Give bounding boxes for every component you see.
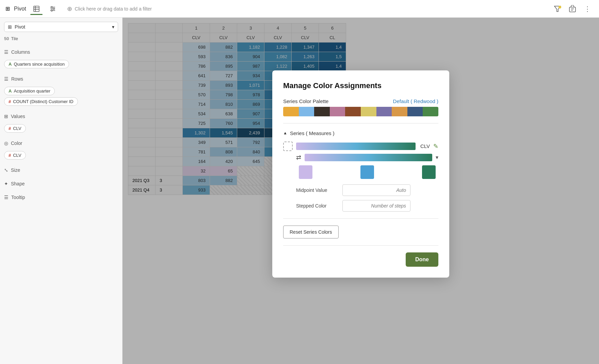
color-section: ◎ Color # CLV — [4, 139, 118, 161]
swatch-8 — [392, 107, 407, 116]
divider-2 — [283, 218, 438, 219]
columns-field-pill[interactable]: A Quarters since acquisition — [4, 60, 69, 68]
tooltip-label: Tooltip — [11, 195, 25, 200]
svg-rect-12 — [569, 7, 576, 12]
swatch-7 — [376, 107, 392, 116]
tooltip-header: ☰ Tooltip — [4, 193, 118, 201]
shape-header: ✦ Shape — [4, 180, 118, 188]
palette-swatches — [283, 107, 438, 116]
values-header: ⊞ Values — [4, 112, 118, 120]
color-header: ◎ Color — [4, 139, 118, 147]
stepped-label: Stepped Color — [296, 203, 337, 209]
color-item-clv: CLV ✎ ⇄ ▾ — [283, 142, 438, 212]
color-stop-end[interactable] — [422, 165, 436, 179]
gradient-arrow-icon[interactable]: ▾ — [436, 154, 438, 161]
values-label: Values — [11, 114, 25, 119]
share-btn[interactable] — [566, 3, 579, 15]
done-button[interactable]: Done — [406, 252, 438, 267]
shape-icon: ✦ — [4, 181, 8, 186]
color-field-icon: # — [9, 153, 11, 158]
values-field-pill[interactable]: # CLV — [4, 124, 26, 133]
settings-btn[interactable] — [47, 3, 59, 15]
table-view-btn[interactable] — [30, 3, 43, 15]
rows-field1-pill[interactable]: A Acquisition quarter — [4, 87, 55, 95]
manage-color-modal: Manage Color Assignments Series Color Pa… — [272, 70, 449, 278]
swatch-5 — [345, 107, 361, 116]
swatch-6 — [361, 107, 376, 116]
stepped-row: Stepped Color — [296, 200, 438, 212]
series-header[interactable]: ▲ Series ( Measures ) — [283, 130, 438, 136]
color-stops-row — [296, 165, 438, 179]
color-item-main-row: CLV ✎ — [283, 142, 438, 151]
chevron-down-icon: ▾ — [112, 24, 114, 30]
filter-placeholder: Click here or drag data to add a filter — [75, 6, 152, 12]
reset-series-colors-button[interactable]: Reset Series Colors — [283, 226, 339, 238]
color-field-label: CLV — [13, 153, 21, 158]
shape-section: ✦ Shape — [4, 180, 118, 188]
divider-3 — [283, 245, 438, 246]
rows-icon: ☰ — [4, 76, 9, 82]
color-checkbox[interactable] — [283, 142, 293, 151]
values-icon: ⊞ — [4, 114, 8, 119]
palette-label: Series Color Palette — [283, 98, 328, 104]
nav-right: ⋮ — [551, 3, 594, 15]
midpoint-label: Midpoint Value — [296, 187, 337, 193]
svg-point-11 — [558, 6, 561, 9]
palette-row: Series Color Palette Default ( Redwood ) — [283, 98, 438, 104]
color-stop-mid[interactable] — [360, 165, 374, 179]
columns-field-label: Quarters since acquisition — [14, 62, 65, 67]
rows-section: ☰ Rows A Acquisition quarter # COUNT (Di… — [4, 75, 118, 107]
pivot-dropdown[interactable]: ⊞ Pivot ▾ — [4, 22, 118, 32]
tile-label-text: Tile — [11, 36, 18, 41]
values-field-label: CLV — [13, 126, 21, 131]
columns-label: Columns — [11, 49, 30, 55]
tile-row: 50 Tile — [4, 35, 118, 43]
rows-field2-pill[interactable]: # COUNT (Distinct) Customer ID — [4, 97, 78, 106]
filter-active-btn[interactable] — [551, 3, 564, 15]
modal-title: Manage Color Assignments — [283, 81, 438, 90]
midpoint-row: Midpoint Value — [296, 184, 438, 196]
modal-overlay: Manage Color Assignments Series Color Pa… — [123, 18, 599, 364]
swatch-10 — [423, 107, 438, 116]
app-title: Pivot — [14, 6, 26, 12]
nav-left: ⊞ Pivot — [5, 3, 59, 15]
modal-footer: Done — [283, 252, 438, 267]
content-area: 1 2 3 4 5 6 CLV CLV CLV CLV CLV — [123, 18, 599, 364]
swatch-9 — [407, 107, 423, 116]
sidebar: ⊞ Pivot ▾ 50 Tile ☰ Columns A Quarters s… — [0, 18, 123, 364]
rows-field1-icon: A — [9, 88, 12, 94]
rows-field2-label: COUNT (Distinct) Customer ID — [13, 99, 73, 104]
size-label: Size — [11, 167, 20, 173]
values-section: ⊞ Values # CLV — [4, 112, 118, 134]
palette-name-btn[interactable]: Default ( Redwood ) — [393, 98, 438, 104]
color-label: Color — [11, 140, 22, 146]
color-item-label: CLV — [420, 143, 430, 149]
columns-icon: ☰ — [4, 49, 9, 55]
tooltip-section: ☰ Tooltip — [4, 193, 118, 201]
color-stop-start[interactable] — [299, 165, 312, 179]
filter-bar[interactable]: ⊕ Click here or drag data to add a filte… — [64, 5, 546, 13]
midpoint-input[interactable] — [342, 184, 410, 196]
rows-label: Rows — [11, 76, 23, 82]
rows-header: ☰ Rows — [4, 75, 118, 83]
gradient-control-row: ⇄ ▾ — [296, 154, 438, 161]
color-field-pill[interactable]: # CLV — [4, 151, 26, 160]
stepped-color-input[interactable] — [342, 200, 410, 212]
rows-field1-label: Acquisition quarter — [14, 88, 50, 94]
gradient-control-bar — [305, 154, 432, 161]
tile-section: 50 Tile — [4, 35, 118, 43]
arrows-swap-icon[interactable]: ⇄ — [296, 154, 301, 161]
columns-field-icon: A — [9, 62, 12, 67]
edit-color-icon[interactable]: ✎ — [433, 143, 438, 150]
top-nav: ⊞ Pivot ⊕ Click here or drag data to add… — [0, 0, 599, 18]
swatch-2 — [299, 107, 314, 116]
size-header: ⤡ Size — [4, 166, 118, 174]
pivot-dropdown-label: Pivot — [15, 24, 25, 30]
pivot-dropdown-icon: ⊞ — [8, 24, 12, 30]
more-btn[interactable]: ⋮ — [581, 3, 594, 15]
color-gradient-bar — [296, 143, 416, 150]
values-field-icon: # — [9, 126, 11, 131]
svg-point-7 — [51, 6, 52, 8]
columns-section: ☰ Columns A Quarters since acquisition — [4, 48, 118, 69]
rows-field2-icon: # — [9, 99, 11, 104]
